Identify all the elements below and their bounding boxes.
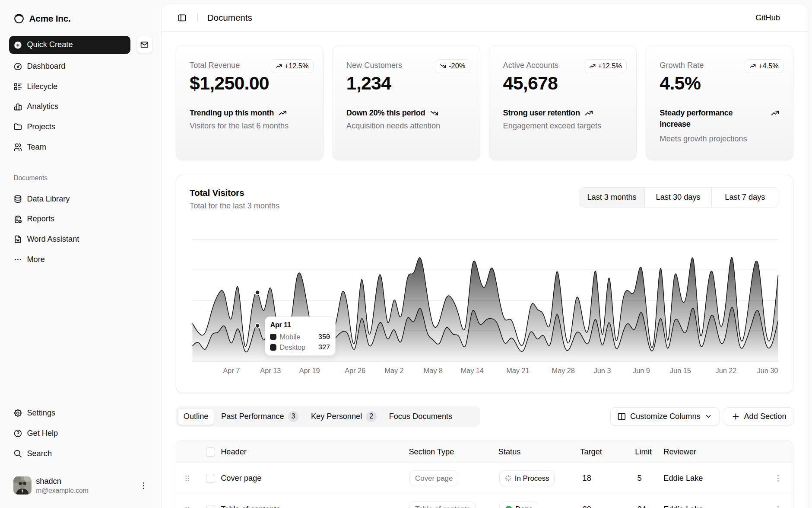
- svg-text:May 8: May 8: [424, 367, 443, 374]
- svg-text:May 21: May 21: [506, 367, 529, 374]
- svg-text:Jun 3: Jun 3: [594, 367, 611, 374]
- svg-text:Jun 22: Jun 22: [716, 367, 737, 374]
- svg-text:Apr 26: Apr 26: [345, 367, 365, 374]
- svg-text:Jun 15: Jun 15: [670, 367, 691, 374]
- svg-text:May 2: May 2: [384, 367, 403, 374]
- svg-text:May 14: May 14: [461, 367, 484, 374]
- svg-text:May 28: May 28: [552, 367, 575, 374]
- svg-text:Apr 7: Apr 7: [223, 367, 240, 374]
- svg-text:Jun 9: Jun 9: [633, 367, 650, 374]
- svg-text:Apr 13: Apr 13: [260, 367, 281, 374]
- svg-text:Apr 19: Apr 19: [299, 367, 320, 374]
- svg-text:Jun 30: Jun 30: [757, 367, 778, 374]
